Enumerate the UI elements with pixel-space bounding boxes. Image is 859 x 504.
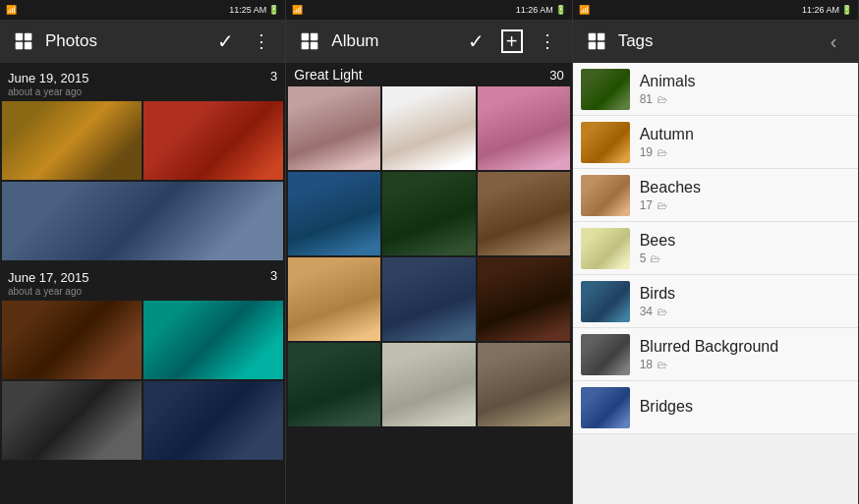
album-cell-8[interactable]	[382, 257, 475, 341]
tag-thumb-bees	[581, 228, 630, 269]
album-cell-11[interactable]	[382, 343, 475, 426]
album-cell-2[interactable]	[382, 86, 475, 170]
checkmark-icon-2: ✓	[468, 29, 485, 53]
tag-thumb-beaches	[581, 175, 630, 216]
tag-item-beaches[interactable]: Beaches 17 🗁	[573, 169, 858, 222]
svg-rect-11	[597, 42, 604, 50]
app-icon-3	[583, 28, 610, 55]
tag-count-row-birds: 34 🗁	[640, 305, 850, 318]
date-group-1: 3 June 19, 2015 about a year ago	[0, 63, 285, 99]
toolbar-title-3: Tags	[618, 31, 811, 51]
photo-cell-1-1[interactable]	[2, 101, 142, 180]
svg-rect-2	[16, 42, 24, 50]
time-display-1: 11:25 AM	[229, 5, 266, 15]
toolbar-title-1: Photos	[45, 31, 202, 51]
tag-count-row-animals: 81 🗁	[640, 92, 850, 106]
tag-info-birds: Birds 34 🗁	[640, 285, 850, 318]
tag-info-bridges: Bridges	[640, 398, 850, 418]
tag-count-row-autumn: 19 🗁	[640, 145, 850, 159]
svg-rect-8	[588, 33, 596, 41]
tag-name-birds: Birds	[640, 285, 850, 303]
date-header-1: 3 June 19, 2015	[8, 69, 277, 86]
svg-rect-6	[302, 42, 310, 50]
toolbar-actions-3: ‹	[819, 27, 848, 56]
tag-thumb-animals	[581, 69, 630, 110]
tag-name-autumn: Autumn	[640, 126, 850, 143]
more-icon-2: ⋮	[539, 30, 555, 52]
photo-cell-1-2[interactable]	[143, 101, 283, 180]
toolbar-actions-1: ✓ ⋮	[210, 27, 275, 56]
check-button-1[interactable]: ✓	[210, 27, 240, 56]
tag-count-bees: 5	[640, 252, 647, 265]
album-cell-6[interactable]	[478, 172, 570, 255]
folder-icon-bees: 🗁	[650, 252, 660, 264]
tag-item-blurred-background[interactable]: Blurred Background 18 🗁	[573, 328, 858, 381]
date-group-2: 3 June 17, 2015 about a year ago	[0, 262, 285, 299]
album-count: 30	[549, 68, 563, 83]
photo-cell-2-4[interactable]	[143, 381, 283, 460]
toolbar-actions-2: ✓ + ⋮	[462, 27, 562, 56]
folder-icon-birds: 🗁	[657, 306, 667, 317]
tag-item-bridges[interactable]: Bridges	[573, 381, 858, 434]
svg-rect-1	[25, 33, 32, 41]
tags-panel: 📶 11:26 AM 🔋 Tags ‹ Animals	[573, 0, 859, 504]
tag-count-autumn: 19	[640, 145, 653, 159]
add-button-2[interactable]: +	[497, 27, 527, 56]
album-cell-1[interactable]	[288, 86, 380, 170]
photos-content: 3 June 19, 2015 about a year ago 3 June …	[0, 63, 285, 504]
date-count-2: 3	[270, 268, 277, 283]
back-button-3[interactable]: ‹	[819, 27, 848, 56]
app-icon-2	[296, 28, 323, 55]
more-button-2[interactable]: ⋮	[533, 27, 562, 56]
folder-icon-blurred-background: 🗁	[657, 359, 667, 370]
tag-info-animals: Animals 81 🗁	[640, 73, 850, 106]
toolbar-title-2: Album	[331, 31, 453, 51]
album-cell-9[interactable]	[478, 257, 570, 341]
tag-item-autumn[interactable]: Autumn 19 🗁	[573, 116, 858, 169]
date-sub-2: about a year ago	[8, 286, 277, 297]
album-cell-7[interactable]	[288, 257, 380, 341]
album-cell-5[interactable]	[382, 172, 475, 255]
status-right-1: 11:25 AM 🔋	[229, 5, 279, 15]
album-cell-4[interactable]	[288, 172, 380, 255]
album-cell-12[interactable]	[478, 343, 570, 426]
folder-icon-autumn: 🗁	[657, 146, 667, 158]
tag-count-blurred-background: 18	[640, 358, 653, 371]
photo-cell-1-3[interactable]	[2, 182, 283, 260]
checkmark-icon-1: ✓	[217, 29, 234, 53]
album-header: Great Light 30	[286, 63, 571, 84]
battery-icon-2: 🔋	[555, 5, 566, 15]
tag-item-birds[interactable]: Birds 34 🗁	[573, 275, 858, 328]
tag-count-row-beaches: 17 🗁	[640, 198, 850, 212]
tag-count-row-bees: 5 🗁	[640, 252, 850, 265]
status-bar-2: 📶 11:26 AM 🔋	[286, 0, 571, 20]
status-left-1: 📶	[6, 5, 17, 15]
tag-info-blurred-background: Blurred Background 18 🗁	[640, 338, 850, 371]
signal-icon-3: 📶	[579, 5, 590, 15]
album-cell-10[interactable]	[288, 343, 380, 426]
folder-icon-beaches: 🗁	[657, 199, 667, 211]
battery-icon-1: 🔋	[268, 5, 279, 15]
tag-name-blurred-background: Blurred Background	[640, 338, 850, 356]
more-button-1[interactable]: ⋮	[246, 27, 275, 56]
svg-rect-5	[311, 33, 318, 41]
svg-rect-7	[311, 42, 318, 50]
add-icon-2: +	[501, 29, 523, 53]
album-cell-3[interactable]	[478, 86, 570, 170]
signal-icon: 📶	[6, 5, 17, 15]
photos-panel: 📶 11:25 AM 🔋 Photos ✓ ⋮	[0, 0, 286, 504]
signal-icon-2: 📶	[292, 5, 303, 15]
tag-item-bees[interactable]: Bees 5 🗁	[573, 222, 858, 275]
status-left-2: 📶	[292, 5, 303, 15]
photo-cell-2-2[interactable]	[143, 301, 283, 379]
check-button-2[interactable]: ✓	[462, 27, 491, 56]
photo-cell-2-3[interactable]	[2, 381, 142, 460]
toolbar-3: Tags ‹	[573, 20, 858, 63]
more-icon-1: ⋮	[253, 30, 269, 52]
time-display-3: 11:26 AM	[802, 5, 839, 15]
tag-name-bees: Bees	[640, 232, 850, 250]
tag-name-bridges: Bridges	[640, 398, 850, 416]
svg-rect-9	[597, 33, 604, 41]
photo-cell-2-1[interactable]	[2, 301, 142, 379]
tag-item-animals[interactable]: Animals 81 🗁	[573, 63, 858, 116]
